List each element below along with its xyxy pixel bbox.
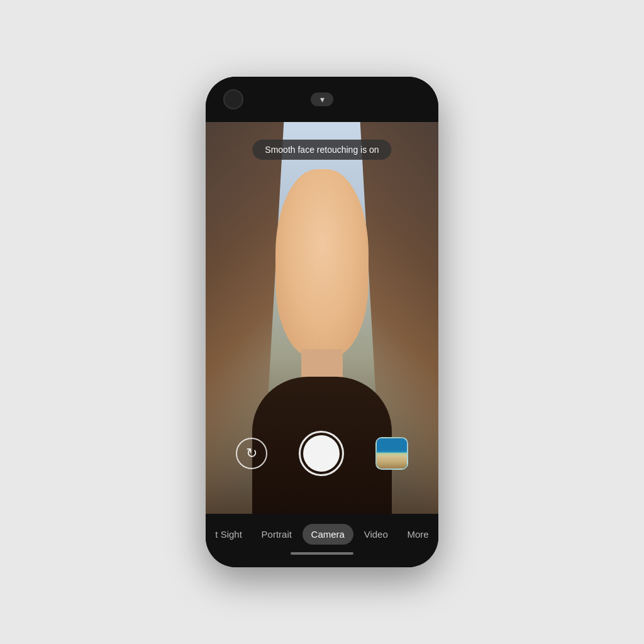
phone-device: Smooth face retouching is on ↻ t Sight P… [206, 77, 438, 567]
front-camera-hole [223, 89, 243, 109]
mode-tabs: t Sight Portrait Camera Video More [206, 514, 438, 552]
tab-night-sight[interactable]: t Sight [206, 524, 251, 545]
dropdown-pill[interactable] [311, 92, 333, 106]
gallery-thumb-image [377, 438, 407, 469]
tab-portrait[interactable]: Portrait [253, 524, 301, 545]
face [275, 169, 369, 357]
phone-bottom-bar: t Sight Portrait Camera Video More [206, 514, 438, 567]
phone-top-bar [206, 77, 438, 122]
flip-icon: ↻ [246, 445, 257, 462]
tab-camera[interactable]: Camera [303, 524, 353, 545]
camera-controls: ↻ [206, 431, 438, 476]
retouching-badge: Smooth face retouching is on [252, 140, 391, 160]
home-indicator [291, 552, 353, 555]
tab-video[interactable]: Video [355, 524, 397, 545]
gallery-thumbnail-button[interactable] [375, 437, 408, 470]
shutter-inner [303, 435, 340, 472]
shutter-button[interactable] [299, 431, 344, 476]
flip-camera-button[interactable]: ↻ [236, 438, 267, 469]
camera-viewfinder[interactable]: Smooth face retouching is on ↻ [206, 122, 438, 514]
tab-more[interactable]: More [398, 524, 437, 545]
